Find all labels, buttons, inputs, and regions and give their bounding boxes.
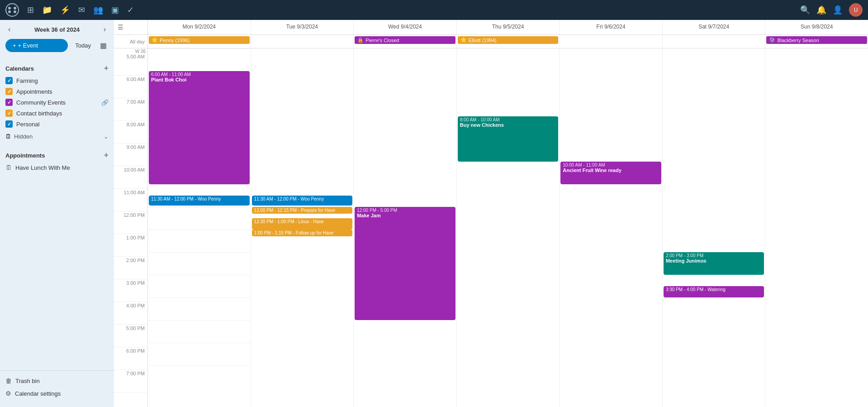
time-label-7am: 7:00 AM (114, 98, 147, 121)
elliott-title: Elliott (1994) (469, 38, 497, 43)
prev-week-button[interactable]: ‹ (5, 24, 13, 34)
pierres-closed-event[interactable]: 🔒 Pierre's Closed (355, 36, 455, 44)
calendars-title: Calendars (5, 65, 34, 72)
sidebar-item-appointments[interactable]: Appointments (0, 86, 114, 97)
ancient-fruit-wine-event[interactable]: 10:00 AM - 11:00 AM Ancient Fruit Wine r… (560, 162, 661, 184)
nav-mail-icon[interactable]: ✉ (78, 5, 85, 15)
sidebar-item-community-events[interactable]: Community Events 🔗 (0, 97, 114, 108)
allday-cell-3[interactable]: 🌟 Elliott (1994) (457, 35, 560, 48)
sidebar-item-contact-birthdays[interactable]: Contact birthdays (0, 108, 114, 119)
search-icon[interactable]: 🔍 (800, 5, 810, 15)
plant-bok-choi-time: 6:00 AM - 11:00 AM (151, 72, 247, 77)
farming-label: Farming (16, 77, 109, 84)
woo-penny-mon-text: 11:30 AM - 12:00 PM - Woo Penny (151, 196, 247, 201)
day-columns: 6:00 AM - 11:00 AM Plant Bok Choi 11:30 … (148, 48, 868, 407)
calendar-settings-item[interactable]: ⚙ Calendar settings (0, 387, 114, 400)
make-jam-title: Make Jam (357, 213, 453, 218)
prepare-have-event[interactable]: 12:00 PM - 12:15 PM - Prepare for Have (252, 207, 353, 214)
time-label-4pm: 4:00 PM (114, 302, 147, 325)
allday-cells: 🌟 Penny (1996) 🔒 Pierre's Closed 🌟 Ellio… (148, 35, 868, 48)
personal-checkbox[interactable] (5, 120, 13, 128)
logo-icon[interactable] (5, 3, 19, 17)
ancient-fruit-wine-time: 10:00 AM - 11:00 AM (563, 163, 659, 168)
nav-activity-icon[interactable]: ⚡ (60, 5, 70, 15)
add-appointment-button[interactable]: + (104, 151, 109, 160)
next-week-button[interactable]: › (101, 24, 109, 34)
day-col-thu[interactable]: 8:00 AM - 10:00 AM Buy new Chickens (457, 48, 560, 407)
blackberry-event[interactable]: 🔮 Blackberry Season (766, 36, 867, 44)
week-num-label: W 36 (135, 49, 146, 54)
trash-icon: 🗑 (5, 377, 12, 384)
day-col-mon[interactable]: 6:00 AM - 11:00 AM Plant Bok Choi 11:30 … (148, 48, 251, 407)
trash-bin-item[interactable]: 🗑 Trash bin (0, 374, 114, 387)
day-header-mon: Mon 9/2/2024 (148, 20, 251, 34)
allday-cell-0[interactable]: 🌟 Penny (1996) (148, 35, 251, 48)
hidden-label: Hidden (14, 133, 101, 140)
linus-have-event[interactable]: 12:30 PM - 1:00 PM - Linus - Have (252, 218, 353, 230)
notifications-icon[interactable]: 🔔 (816, 5, 826, 15)
topnav-left: ⊞ 📁 ⚡ ✉ 👥 ▣ ✓ (5, 3, 134, 17)
penny-event[interactable]: 🌟 Penny (1996) (149, 36, 250, 44)
buy-chickens-time: 8:00 AM - 10:00 AM (460, 117, 556, 122)
nav-tasks-icon[interactable]: ✓ (127, 5, 134, 15)
nav-contacts-icon[interactable]: 👥 (93, 5, 103, 15)
plus-icon: + (13, 42, 16, 49)
topnav: ⊞ 📁 ⚡ ✉ 👥 ▣ ✓ 🔍 🔔 👤 U (0, 0, 868, 20)
hidden-section[interactable]: 🗓 Hidden ⌄ (0, 129, 114, 144)
woo-penny-mon-event[interactable]: 11:30 AM - 12:00 PM - Woo Penny (149, 196, 250, 206)
have-lunch-item[interactable]: 🗓 Have Lunch With Me (0, 162, 114, 173)
calendar-header: ☰ Mon 9/2/2024 Tue 9/3/2024 Wed 9/4/2024… (114, 20, 868, 35)
meeting-junimos-event[interactable]: 2:00 PM - 3:00 PM Meeting Junimos (664, 252, 764, 275)
watering-event[interactable]: 3:30 PM - 4:00 PM - Watering (664, 286, 764, 297)
sidebar: ‹ Week 36 of 2024 › + + Event Today ▦ Ca… (0, 20, 114, 407)
day-col-tue[interactable]: 11:30 AM - 12:00 PM - Woo Penny 12:00 PM… (251, 48, 354, 407)
day-header-fri: Fri 9/6/2024 (560, 20, 663, 34)
day-col-sun[interactable] (765, 48, 868, 407)
contacts-nav-icon[interactable]: 👤 (833, 5, 843, 15)
time-label-5pm: 5:00 PM (114, 325, 147, 347)
community-events-checkbox[interactable] (5, 99, 13, 106)
add-calendar-button[interactable]: + (104, 64, 109, 73)
svg-point-1 (8, 7, 11, 10)
followup-have-event[interactable]: 1:00 PM - 1:15 PM - Follow up for Have (252, 230, 353, 236)
sidebar-item-personal[interactable]: Personal (0, 119, 114, 129)
woo-penny-tue-event[interactable]: 11:30 AM - 12:00 PM - Woo Penny (252, 196, 353, 206)
allday-cell-4[interactable] (560, 35, 663, 48)
allday-cell-5[interactable] (663, 35, 766, 48)
contact-birthdays-checkbox[interactable] (5, 110, 13, 117)
meeting-junimos-time: 2:00 PM - 3:00 PM (666, 253, 762, 258)
day-header-sat: Sat 9/7/2024 (663, 20, 766, 34)
allday-cell-6[interactable]: 🔮 Blackberry Season (765, 35, 868, 48)
farming-checkbox[interactable] (5, 77, 13, 84)
blackberry-title: Blackberry Season (777, 38, 819, 43)
day-col-sat[interactable]: 2:00 PM - 3:00 PM Meeting Junimos 3:30 P… (663, 48, 766, 407)
new-event-button[interactable]: + + Event (5, 39, 68, 52)
allday-cell-1[interactable] (251, 35, 354, 48)
today-button[interactable]: Today (71, 39, 95, 52)
appointments-checkbox[interactable] (5, 88, 13, 95)
elliott-event[interactable]: 🌟 Elliott (1994) (458, 36, 559, 44)
make-jam-time: 12:00 PM - 5:00 PM (357, 208, 453, 213)
trash-label: Trash bin (15, 378, 40, 384)
link-icon: 🔗 (101, 99, 109, 106)
sidebar-item-farming[interactable]: Farming (0, 75, 114, 86)
avatar[interactable]: U (849, 3, 863, 17)
gear-icon: ⚙ (5, 390, 11, 397)
nav-calendar-icon[interactable]: ▣ (111, 5, 119, 15)
plant-bok-choi-event[interactable]: 6:00 AM - 11:00 AM Plant Bok Choi (149, 71, 250, 184)
toggle-sidebar-button[interactable]: ☰ (118, 24, 123, 31)
grid-view-button[interactable]: ▦ (98, 39, 109, 52)
nav-grid-icon[interactable]: ⊞ (27, 5, 34, 15)
make-jam-event[interactable]: 12:00 PM - 5:00 PM Make Jam (355, 207, 455, 320)
penny-title: Penny (1996) (160, 38, 190, 43)
allday-cell-2[interactable]: 🔒 Pierre's Closed (354, 35, 457, 48)
time-label-1pm: 1:00 PM (114, 234, 147, 257)
buy-chickens-event[interactable]: 8:00 AM - 10:00 AM Buy new Chickens (458, 116, 559, 162)
day-col-fri[interactable]: 10:00 AM - 11:00 AM Ancient Fruit Wine r… (560, 48, 663, 407)
week-navigation: ‹ Week 36 of 2024 › (0, 20, 114, 39)
nav-folder-icon[interactable]: 📁 (42, 5, 52, 15)
woo-penny-tue-text: 11:30 AM - 12:00 PM - Woo Penny (254, 196, 351, 201)
main-layout: ‹ Week 36 of 2024 › + + Event Today ▦ Ca… (0, 20, 868, 407)
svg-point-3 (8, 10, 11, 13)
day-col-wed[interactable]: 12:00 PM - 5:00 PM Make Jam (354, 48, 457, 407)
